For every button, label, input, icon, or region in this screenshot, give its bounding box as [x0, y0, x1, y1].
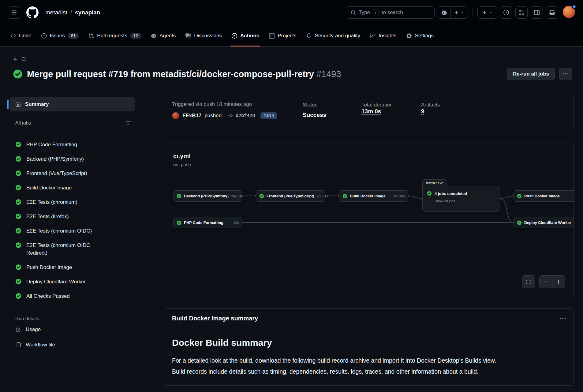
tab-insights[interactable]: Insights: [366, 25, 401, 46]
sidebar-job-item[interactable]: E2E Tests (chromium): [7, 195, 142, 209]
zoom-out-button[interactable]: [540, 276, 552, 288]
success-check-icon: [15, 199, 21, 205]
graph-node-build-docker-image[interactable]: Build Docker Image 1m 28s: [339, 190, 408, 202]
success-check-icon: [15, 156, 21, 162]
sidebar-job-item[interactable]: Deploy Cloudflare Worker: [7, 274, 142, 289]
chevron-down-icon: [460, 11, 464, 15]
status-stat: Status Success: [303, 102, 326, 118]
branch-badge[interactable]: main: [260, 112, 277, 119]
graph-node-matrix-e2e[interactable]: 4 jobs completed Show all jobs: [422, 186, 500, 212]
graph-node-push-docker-image[interactable]: Push Docker Image 2m: [514, 190, 574, 202]
sidebar-panel-icon: [534, 10, 540, 15]
create-new-button[interactable]: [477, 6, 497, 19]
sidebar-job-item[interactable]: Push Docker Image: [7, 260, 142, 274]
graph-node-deploy-cloudflare-worker[interactable]: Deploy Cloudflare Worker: [514, 217, 574, 228]
tab-pull-requests[interactable]: Pull requests 12: [84, 25, 145, 46]
success-check-icon: [517, 220, 522, 225]
inbox-button[interactable]: [546, 6, 558, 19]
git-pull-request-icon: [519, 10, 524, 15]
git-commit-icon: [228, 113, 234, 118]
graph-node-php-code-formatting[interactable]: PHP Code Formatting 43s: [173, 217, 242, 228]
actor-name[interactable]: FExB17: [182, 113, 201, 119]
run-success-check-icon: [13, 69, 23, 79]
success-check-icon: [177, 220, 181, 225]
rerun-all-jobs-button[interactable]: Re-run all jobs: [507, 68, 555, 80]
github-octocat-icon: [26, 6, 39, 19]
selected-accent-bar: [7, 99, 9, 109]
success-check-icon: [15, 141, 21, 147]
fullscreen-button[interactable]: [522, 275, 535, 288]
tab-label: Issues: [50, 33, 65, 39]
breadcrumb-org[interactable]: metadist: [45, 9, 67, 16]
sidebar-item-workflow-file[interactable]: Workflow file: [10, 338, 135, 352]
run-details-section: Run details Usage Workflow file: [10, 309, 135, 352]
minus-icon: [543, 279, 548, 285]
sidebar-job-item[interactable]: Frontend (Vue/TypeScript): [7, 166, 142, 181]
sidebar-job-item[interactable]: All Checks Passed: [7, 289, 142, 303]
build-summary-kebab-button[interactable]: [560, 316, 566, 321]
sidebar-job-item[interactable]: Build Docker Image: [7, 181, 142, 195]
back-to-workflow-link[interactable]: CI: [13, 56, 27, 62]
duration-value-link[interactable]: 13m 0s: [361, 108, 381, 114]
show-all-jobs-link[interactable]: Show all jobs: [435, 199, 496, 203]
tab-label: Settings: [415, 33, 434, 39]
success-check-icon: [342, 194, 347, 199]
run-main: Triggered via push 18 minutes ago FExB17…: [164, 94, 574, 386]
tab-discussions[interactable]: Discussions: [181, 25, 226, 46]
success-check-icon: [15, 264, 21, 270]
tab-settings[interactable]: Settings: [402, 25, 438, 46]
tab-code[interactable]: Code: [6, 25, 36, 46]
sidebar-job-item[interactable]: E2E Tests (chromium OIDC Redirect): [7, 238, 142, 260]
all-jobs-row: All jobs: [10, 118, 135, 133]
tab-agents[interactable]: Agents: [147, 25, 180, 46]
chevron-down-icon: [489, 11, 493, 15]
commit-sha-link[interactable]: d2bf428: [236, 113, 255, 118]
tab-actions[interactable]: Actions: [227, 25, 263, 46]
sidebar-job-item[interactable]: E2E Tests (firefox): [7, 209, 142, 224]
tab-issues[interactable]: Issues 81: [37, 25, 83, 46]
graph-node-backend[interactable]: Backend (PHP/Symfony) 2m 13s: [173, 190, 242, 202]
kebab-icon: [563, 71, 568, 77]
run-header: CI Merge pull request #719 from metadist…: [0, 47, 583, 80]
kebab-icon: [560, 316, 566, 321]
search-input[interactable]: Type / to search: [347, 6, 435, 19]
sidebar-item-summary[interactable]: Summary: [10, 97, 135, 111]
run-title: Merge pull request #719 from metadist/ci…: [27, 69, 341, 79]
copilot-icon: [151, 33, 156, 39]
issue-opened-icon: [41, 33, 47, 39]
build-summary-title: Build Docker Image summary: [172, 315, 258, 322]
all-jobs-label: All jobs: [15, 120, 31, 126]
filter-jobs-button[interactable]: [122, 118, 133, 129]
success-check-icon: [15, 293, 21, 299]
breadcrumb-repo[interactable]: synaplan: [75, 9, 100, 16]
actor-action: pushed: [204, 113, 222, 119]
sidebar-job-item[interactable]: E2E Tests (chromium OIDC): [7, 224, 142, 238]
copilot-menu-button[interactable]: [450, 7, 468, 18]
sidebar-item-usage[interactable]: Usage: [10, 323, 135, 337]
breadcrumb-separator: /: [70, 9, 72, 16]
zoom-in-button[interactable]: [552, 276, 565, 288]
git-pull-request-icon: [88, 33, 94, 39]
run-number: #1493: [316, 69, 341, 79]
panel-header-button[interactable]: [531, 6, 543, 19]
copilot-icon: [441, 10, 447, 16]
tab-security-and-quality[interactable]: Security and quality: [302, 25, 364, 46]
tab-projects[interactable]: Projects: [265, 25, 301, 46]
github-logo[interactable]: [26, 6, 39, 19]
plus-icon: [482, 10, 487, 15]
sidebar-job-item[interactable]: PHP Code Formatting: [7, 137, 142, 152]
shield-icon: [306, 33, 312, 39]
hamburger-menu-button[interactable]: [8, 6, 20, 19]
success-check-icon: [177, 194, 181, 199]
sidebar-job-item[interactable]: Backend (PHP/Symfony): [7, 152, 142, 166]
copilot-button[interactable]: [438, 7, 450, 18]
breadcrumb: metadist / synaplan: [45, 9, 100, 16]
issues-header-button[interactable]: [500, 6, 512, 19]
pull-requests-header-button[interactable]: [515, 6, 528, 19]
artifacts-count-link[interactable]: 9: [421, 108, 424, 114]
run-options-kebab-button[interactable]: [559, 68, 572, 80]
actor-avatar[interactable]: [172, 112, 179, 119]
graph-node-frontend[interactable]: Frontend (Vue/TypeScript) 2m 51s: [256, 190, 325, 202]
search-placeholder-prefix: Type: [359, 9, 370, 16]
success-check-icon: [15, 228, 21, 234]
